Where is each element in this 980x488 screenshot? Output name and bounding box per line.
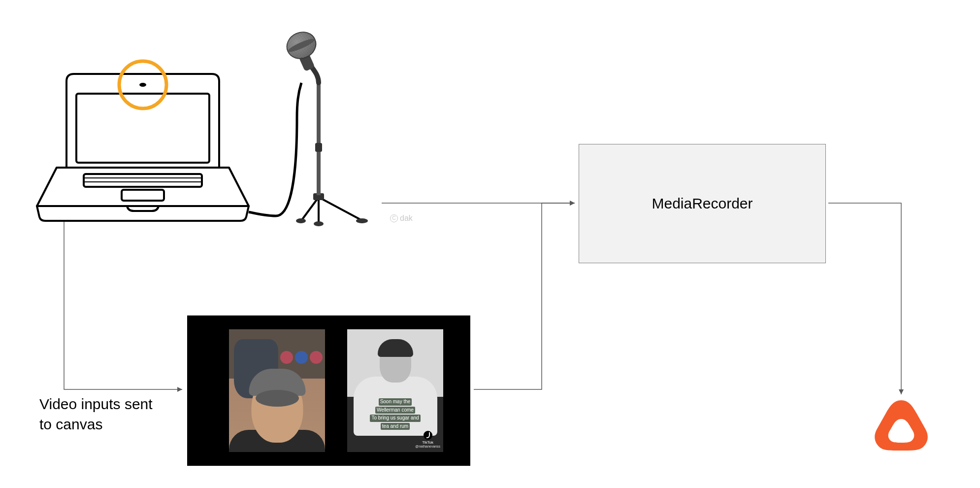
- output-logo-icon: [874, 399, 928, 453]
- canvas-right-pane: Soon may the Wellerman come To bring us …: [347, 329, 443, 452]
- svg-line-9: [319, 197, 361, 220]
- svg-line-7: [302, 197, 319, 220]
- svg-rect-16: [298, 53, 315, 71]
- canvas-preview: Soon may the Wellerman come To bring us …: [187, 315, 470, 466]
- tiktok-watermark: TikTok @nathanevanss: [415, 431, 440, 448]
- microphone-icon: [249, 28, 368, 226]
- svg-rect-3: [84, 174, 202, 187]
- svg-point-2: [139, 83, 146, 87]
- media-recorder-label: MediaRecorder: [652, 195, 752, 212]
- video-caption-overlay: Soon may the Wellerman come To bring us …: [359, 398, 432, 431]
- svg-point-12: [356, 218, 368, 223]
- svg-point-19: [287, 36, 316, 54]
- video-inputs-caption: Video inputs sent to canvas: [39, 394, 153, 434]
- diagram-stage: MediaRecorder Video inputs sent to canva…: [0, 0, 980, 488]
- svg-point-18: [283, 28, 320, 63]
- laptop-icon: [37, 74, 249, 221]
- watermark: C dak: [390, 214, 413, 223]
- svg-rect-13: [313, 193, 324, 200]
- media-recorder-box: MediaRecorder: [579, 144, 826, 263]
- svg-point-10: [296, 218, 306, 223]
- svg-rect-6: [122, 190, 164, 201]
- copyright-icon: C: [390, 214, 398, 222]
- canvas-left-pane: [229, 329, 325, 452]
- arrow-box-to-logo: [828, 203, 901, 394]
- arrow-laptop-to-canvas: [64, 222, 182, 389]
- arrow-canvas-to-box: [474, 203, 575, 389]
- svg-point-11: [314, 221, 324, 226]
- svg-rect-14: [317, 83, 321, 195]
- watermark-text: dak: [400, 214, 413, 223]
- laptop-screen-thumbnail: Soon may the Wellerman come To bring us …: [164, 101, 206, 158]
- svg-point-17: [283, 28, 320, 63]
- svg-rect-15: [315, 143, 322, 152]
- tiktok-icon: [424, 431, 432, 440]
- webcam-highlight-circle: [119, 61, 166, 108]
